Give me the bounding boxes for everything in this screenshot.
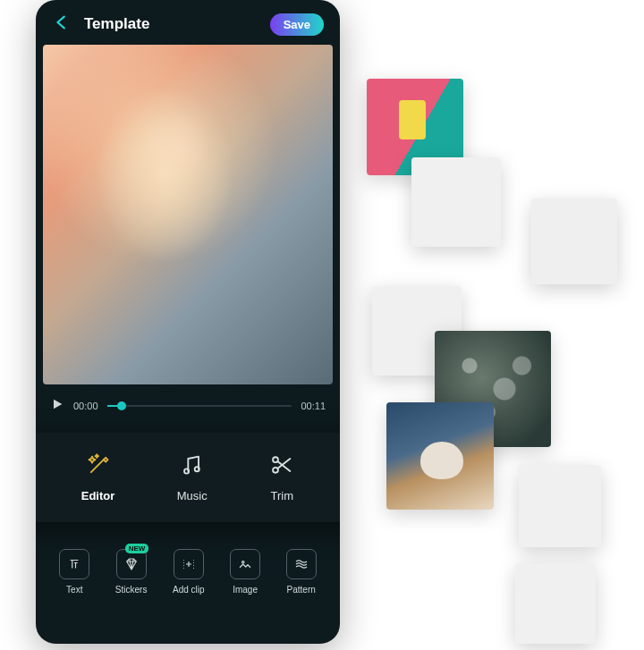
thumbnail[interactable] xyxy=(531,198,617,284)
save-button[interactable]: Save xyxy=(270,13,324,36)
tool-label: Stickers xyxy=(115,585,148,595)
back-arrow-icon[interactable] xyxy=(52,13,72,36)
timeline-thumb[interactable] xyxy=(117,401,126,410)
svg-marker-0 xyxy=(54,400,62,409)
tool-label: Add clip xyxy=(173,585,205,595)
time-total: 00:11 xyxy=(301,401,326,411)
tool-label: Image xyxy=(233,585,258,595)
tool-stickers[interactable]: NEW Stickers xyxy=(115,549,148,595)
diamond-icon xyxy=(116,549,147,579)
tab-music[interactable]: Music xyxy=(177,452,208,502)
tool-image[interactable]: Image xyxy=(230,549,260,595)
music-icon xyxy=(180,452,205,480)
main-tabs-card: Editor Music Trim xyxy=(36,433,340,522)
time-current: 00:00 xyxy=(73,401,98,411)
svg-point-5 xyxy=(242,561,244,563)
timeline-track[interactable] xyxy=(107,405,292,407)
tab-label: Trim xyxy=(270,489,293,502)
tool-pattern[interactable]: Pattern xyxy=(286,549,317,595)
thumbnail[interactable] xyxy=(386,402,494,510)
tool-label: Text xyxy=(66,585,82,595)
thumbnail[interactable] xyxy=(411,157,501,247)
tool-addclip[interactable]: Add clip xyxy=(173,549,205,595)
tool-row: Text NEW Stickers Add clip Image Patte xyxy=(36,540,340,611)
thumbnail[interactable] xyxy=(519,465,601,547)
timeline: 00:00 00:11 xyxy=(36,384,340,427)
new-badge: NEW xyxy=(125,544,149,553)
wand-icon xyxy=(86,452,111,480)
phone-frame: Template Save 00:00 00:11 Editor xyxy=(36,0,340,644)
addclip-icon xyxy=(174,549,204,579)
scissors-icon xyxy=(269,452,294,480)
text-icon xyxy=(59,549,89,579)
svg-point-1 xyxy=(184,469,189,473)
tab-label: Music xyxy=(177,489,208,502)
svg-point-2 xyxy=(194,467,199,471)
tool-label: Pattern xyxy=(287,585,316,595)
page-title: Template xyxy=(84,15,258,33)
tab-trim[interactable]: Trim xyxy=(269,452,294,502)
tab-label: Editor xyxy=(81,489,115,502)
preview-canvas[interactable] xyxy=(43,45,333,384)
top-bar: Template Save xyxy=(36,0,340,45)
play-icon[interactable] xyxy=(50,397,64,415)
tool-text[interactable]: Text xyxy=(59,549,89,595)
image-icon xyxy=(230,549,260,579)
tab-editor[interactable]: Editor xyxy=(81,452,115,502)
pattern-icon xyxy=(286,549,317,579)
thumbnail[interactable] xyxy=(515,563,596,644)
